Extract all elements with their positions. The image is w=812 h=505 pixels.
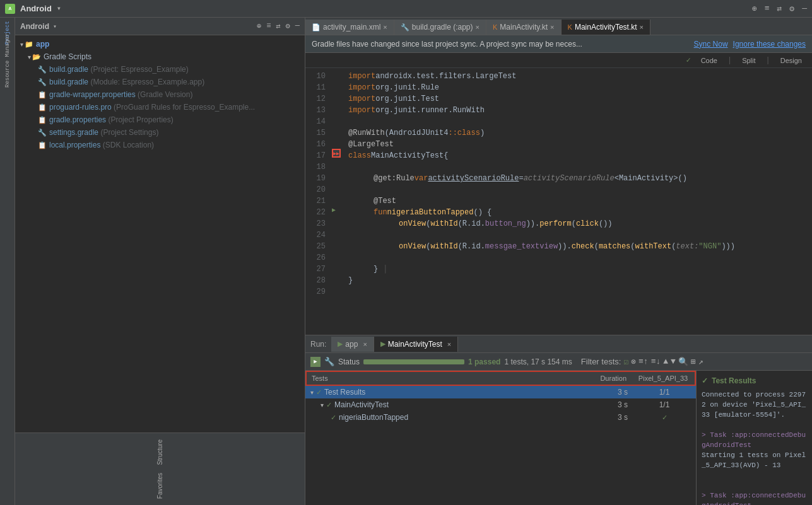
tab-close-build-gradle[interactable]: × [476,23,480,31]
tree-item-gradle-properties[interactable]: 📋 gradle.properties (Project Properties) [15,113,305,126]
passed-label: 1 passed [468,357,500,366]
down-icon[interactable]: ▼ [671,357,676,367]
code-line-27: } │ [348,264,807,275]
sidebar-item-favorites[interactable]: Favorites [156,469,163,502]
chevron-main: ▾ [321,402,324,409]
code-line-29 [348,286,807,298]
filter-cancel-icon[interactable]: ⊗ [631,357,636,367]
code-line-12: import org.junit.Test [348,93,807,105]
tab-close-activity-main[interactable]: × [383,23,387,31]
header-icon-settings[interactable]: ⚙ [286,21,290,31]
test-name-results: ▾ ✓ Test Results [305,388,582,397]
project-header-title: Android [20,22,49,31]
tree-item-local-properties[interactable]: 📋 local.properties (SDK Location) [15,139,305,151]
test-duration-main: 3 s [582,400,633,409]
dropdown-arrow-icon[interactable]: ▾ [57,4,61,13]
run-tab-app-label: app [345,340,358,349]
tree-item-build-gradle-project[interactable]: 🔧 build.gradle (Project: Espresso_Exampl… [15,63,305,76]
header-icon-minimize[interactable]: — [295,21,300,31]
title-bar-left: A Android ▾ [5,4,61,14]
run-gutter-17[interactable]: ▶▶ [332,148,342,159]
header-icons: ⊕ ≡ ⇄ ⚙ — [257,21,300,31]
run-icon-red[interactable]: ▶▶ [332,149,341,158]
run-gutter-22[interactable]: ▶ [332,204,342,216]
expand-icon[interactable]: ⊞ [691,357,696,367]
tree-item-settings-gradle[interactable]: 🔧 settings.gradle (Project Settings) [15,126,305,139]
split-view-button[interactable]: Split [737,54,760,67]
filter-check-icon[interactable]: ☑ [623,357,628,367]
tab-main-activity-test[interactable]: K MainActivityTest.kt × [562,20,650,35]
settings-gradle-icon: 🔧 [38,129,47,137]
test-duration-nigeria: 3 s [582,413,633,422]
progress-bar [363,359,464,364]
globe-icon[interactable]: ⊕ [752,4,757,14]
sort-icon[interactable]: ≡↑ [638,357,649,367]
code-view-button[interactable]: Code [696,54,722,67]
tree-item-app[interactable]: ▾ 📁 app [15,38,305,50]
code-content[interactable]: import androidx.test.filters.LargeTest i… [343,68,812,335]
header-icon-scope[interactable]: ⊕ [257,21,261,31]
tab-label-activity-main: activity_main.xml [323,23,380,32]
tab-close-main-activity[interactable]: × [550,23,554,31]
settings-gradle-label: settings.gradle (Project Settings) [49,128,158,137]
editor-area: 📄 activity_main.xml × 🔧 build.gradle (:a… [305,18,812,505]
sync-icon[interactable]: ⇄ [777,4,782,14]
main-layout: Project Resource Manager Android ▾ ⊕ ≡ ⇄… [0,18,812,505]
check-nigeria: ✓ [331,414,336,422]
sidebar-item-structure[interactable]: Structure [156,436,163,469]
code-gutter: ▶▶ ▶ [331,68,343,335]
test-results-label: Test Results [324,388,365,397]
code-line-16: @LargeTest [348,139,807,150]
output-line-4: Starting 1 tests on Pixel_5_API_33(AVD) … [702,450,807,470]
run-play-button[interactable]: ▶ [310,357,321,367]
tab-build-gradle[interactable]: 🔧 build.gradle (:app) × [394,20,486,35]
output-check-icon: ✓ [702,376,708,386]
search-icon[interactable]: 🔍 [678,357,688,367]
code-line-14 [348,116,807,127]
tests-panel: Tests Duration Pixel_5_API_33 ▾ ✓ Test R… [305,371,697,505]
tree-app-label: app [36,40,49,49]
view-divider2: | [766,56,770,65]
tree-item-gradle-scripts[interactable]: ▾ 📂 Gradle Scripts [15,50,305,63]
up-icon[interactable]: ▲ [663,357,668,367]
project-header: Android ▾ ⊕ ≡ ⇄ ⚙ — [15,18,305,35]
editor-main: ✓ Code | Split | Design 1011121314 15161… [305,53,812,335]
output-line-3: > Task :app:connectedDebugAndroidTest [702,430,807,450]
run-tab-main-activity-test[interactable]: ▶ MainActivityTest × [374,337,458,352]
code-line-22: fun nigeriaButtonTapped() { [348,207,807,218]
tree-item-build-gradle-module[interactable]: 🔧 build.gradle (Module: Espresso_Example… [15,76,305,88]
gradle-file-icon2: 🔧 [38,78,47,86]
sort-down-icon[interactable]: ≡↓ [651,357,661,367]
run-tab-app-close[interactable]: × [363,340,367,348]
settings-icon[interactable]: ⚙ [789,4,794,14]
ignore-changes-link[interactable]: Ignore these changes [733,40,806,49]
design-view-button[interactable]: Design [775,54,807,67]
tree-item-gradle-wrapper[interactable]: 📋 gradle-wrapper.properties (Gradle Vers… [15,88,305,101]
header-icon-sync[interactable]: ⇄ [276,21,280,31]
wrench-icon[interactable]: 🔧 [324,357,334,367]
sync-now-link[interactable]: Sync Now [694,40,728,49]
menu-icon[interactable]: ≡ [765,4,770,14]
test-name-main: ▾ ✓ MainActivityTest [305,400,582,409]
chevron-icon: ▾ [20,41,23,48]
test-row-results[interactable]: ▾ ✓ Test Results 3 s 1/1 [305,386,696,398]
sidebar-item-resource-manager[interactable]: Resource Manager [1,48,14,73]
tab-close-main-activity-test[interactable]: × [640,23,644,31]
code-line-11: import org.junit.Rule [348,82,807,93]
view-divider: | [727,56,732,65]
project-dropdown-icon[interactable]: ▾ [53,23,57,30]
code-line-24 [348,229,807,241]
title-bar-icons: ⊕ ≡ ⇄ ⚙ — [752,4,807,14]
tab-activity-main[interactable]: 📄 activity_main.xml × [305,20,394,35]
run-tab-test-close[interactable]: × [447,340,451,348]
test-row-main[interactable]: ▾ ✓ MainActivityTest 3 s 1/1 [305,398,696,411]
export-icon[interactable]: ↗ [698,357,703,367]
run-tab-app[interactable]: ▶ app × [331,337,374,352]
tab-main-activity[interactable]: K MainActivity.kt × [486,20,562,35]
tree-item-proguard[interactable]: 📋 proguard-rules.pro (ProGuard Rules for… [15,101,305,113]
test-row-nigeria[interactable]: ✓ nigeriaButtonTapped 3 s ✓ [305,411,696,424]
minimize-icon[interactable]: — [802,4,807,14]
header-icon-menu[interactable]: ≡ [266,21,271,31]
test-name-nigeria: ✓ nigeriaButtonTapped [305,413,582,422]
project-name: Android [20,4,52,13]
